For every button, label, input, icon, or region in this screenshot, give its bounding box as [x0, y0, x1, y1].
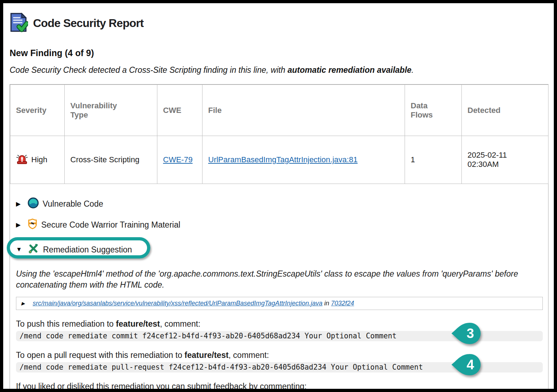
tools-icon	[28, 243, 39, 256]
section-vulnerable-code[interactable]: ▶ Vulnerable Code	[16, 197, 103, 211]
intro-bold: automatic remediation available	[287, 65, 411, 75]
table-row: High Cross-Site Scripting CWE-79 UrlPara…	[10, 136, 548, 184]
section-secure-code-warrior[interactable]: ▶ Secure Code Warrior Training Material	[16, 218, 180, 232]
col-header-vulnerability-type: Vulnerability Type	[65, 85, 157, 136]
file-cell: UrlParamBasedImgTagAttrInjection.java:81	[202, 136, 405, 184]
col-header-cwe: CWE	[157, 85, 202, 136]
finding-table: Severity Vulnerability Type CWE File Dat…	[10, 85, 548, 184]
vulnerability-type-cell: Cross-Site Scripting	[65, 136, 157, 184]
remediation-file-link[interactable]: src/main/java/org/sasanlabs/service/vuln…	[33, 300, 323, 307]
section-remediation-suggestion[interactable]: ▼ Remediation Suggestion	[16, 239, 132, 261]
code-security-report-page: Code Security Report New Finding (4 of 9…	[0, 0, 557, 392]
remediation-suggestion-annotated: ▼ Remediation Suggestion	[16, 239, 132, 261]
callout-4-marker: 4	[450, 353, 483, 376]
branch-name: feature/test	[184, 350, 228, 360]
section-label: Remediation Suggestion	[43, 245, 132, 255]
finding-content-box: Severity Vulnerability Type CWE File Dat…	[10, 84, 548, 392]
vulnerable-code-wave-icon	[28, 197, 39, 211]
section-label: Vulnerable Code	[43, 199, 103, 209]
finding-intro: Code Security Check detected a Cross-Sit…	[10, 65, 545, 75]
expanded-triangle-icon: ▼	[16, 246, 24, 253]
feedback-instruction: If you liked or disliked this remediatio…	[16, 382, 542, 391]
siren-icon	[16, 153, 28, 167]
pr-command-wrap: /mend code remediate pull-request f24cef…	[16, 362, 543, 372]
section-label: Secure Code Warrior Training Material	[41, 220, 180, 230]
file-link[interactable]: UrlParamBasedImgTagAttrInjection.java:81	[208, 155, 358, 164]
branch-name: feature/test	[116, 319, 160, 328]
shield-icon	[28, 218, 37, 232]
severity-cell: High	[10, 136, 65, 184]
commit-link[interactable]: 7032f24	[331, 300, 354, 307]
cwe-link[interactable]: CWE-79	[163, 155, 193, 164]
remediation-file-row[interactable]: ▶ src/main/java/org/sasanlabs/service/vu…	[16, 297, 543, 310]
page-title: Code Security Report	[33, 17, 144, 30]
table-header-row: Severity Vulnerability Type CWE File Dat…	[10, 85, 548, 136]
detected-cell: 2025-02-11 02:30AM	[462, 136, 548, 184]
finding-heading: New Finding (4 of 9)	[10, 48, 545, 58]
remediation-description: Using the 'escapeHtml4' method of the 'o…	[16, 268, 520, 290]
svg-text:3: 3	[466, 326, 474, 341]
callout-3-marker: 3	[450, 322, 483, 345]
file-infix: in	[324, 300, 329, 307]
collapsed-triangle-icon: ▶	[21, 301, 28, 306]
report-header: Code Security Report	[10, 12, 545, 34]
svg-text:4: 4	[466, 357, 474, 372]
data-flows-cell: 1	[405, 136, 462, 184]
cwe-cell: CWE-79	[157, 136, 202, 184]
push-command-wrap: /mend code remediate commit f24cef12-b4f…	[16, 331, 543, 341]
severity-value: High	[31, 155, 47, 164]
col-header-file: File	[202, 85, 405, 136]
collapsed-triangle-icon: ▶	[16, 221, 24, 229]
collapsed-triangle-icon: ▶	[16, 200, 24, 208]
report-document-check-icon	[10, 12, 28, 34]
col-header-data-flows: Data Flows	[405, 85, 462, 136]
col-header-severity: Severity	[10, 85, 65, 136]
col-header-detected: Detected	[462, 85, 548, 136]
